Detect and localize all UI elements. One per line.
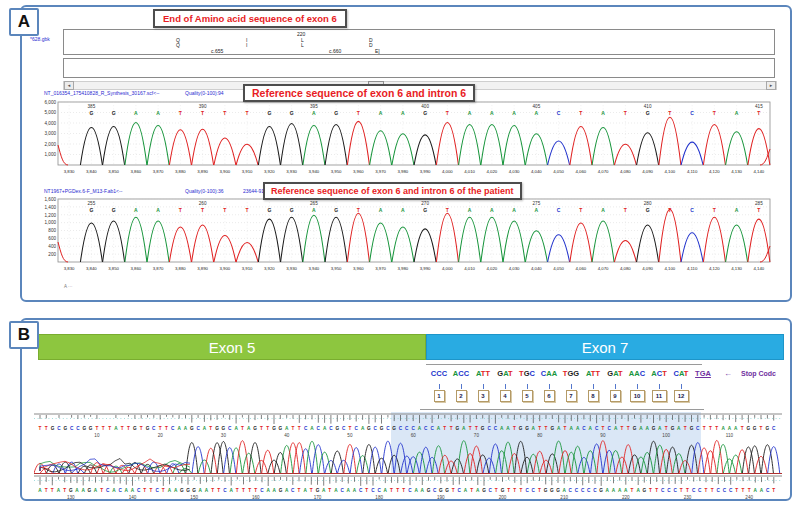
svg-text:T: T [772,488,775,493]
annotation-reference: Reference sequence of exon 6 and intron … [243,84,475,102]
svg-text:A: A [468,110,472,116]
svg-text:C: C [57,426,61,431]
svg-text:T: T [495,488,498,493]
svg-text:C: C [690,110,694,116]
svg-text:C: C [458,488,462,493]
svg-text:1,000: 1,000 [45,220,57,225]
chromatogram-reference: 6,0005,0004,0003,0002,0001,0003,8303,840… [30,99,778,183]
codon: ACT [650,369,668,378]
svg-text:3,940: 3,940 [308,266,319,271]
svg-text:3,960: 3,960 [353,169,364,174]
svg-text:C: C [674,488,678,493]
svg-text:270: 270 [421,201,429,206]
svg-text:5,000: 5,000 [45,110,57,115]
svg-text:C: C [378,488,382,493]
svg-text:4,080: 4,080 [620,266,631,271]
svg-text:G: G [380,426,384,431]
svg-text:T: T [150,488,153,493]
svg-text:C: C [119,488,123,493]
svg-text:4,060: 4,060 [575,266,586,271]
svg-text:A: A [353,488,357,493]
arrow-down-icon [659,384,660,389]
svg-text:G: G [439,488,443,493]
svg-text:A: A [754,488,758,493]
svg-text:800: 800 [48,228,56,233]
svg-text:A: A [490,110,494,116]
footnote: A ··· [64,284,73,289]
svg-text:275: 275 [533,201,541,206]
svg-text:T: T [51,488,54,493]
svg-text:3,000: 3,000 [45,131,57,136]
svg-text:4,110: 4,110 [687,169,698,174]
svg-text:400: 400 [48,244,56,249]
svg-text:4,010: 4,010 [464,169,475,174]
svg-text:T: T [620,426,623,431]
svg-text:G: G [671,426,675,431]
svg-text:A: A [174,488,178,493]
svg-text:A: A [94,488,98,493]
svg-text:T: T [365,488,368,493]
svg-text:T: T [520,488,523,493]
svg-text:A: A [75,488,79,493]
scroll-left-button[interactable]: ◂ [64,81,74,90]
svg-text:G: G [690,426,694,431]
svg-text:A: A [323,426,327,431]
svg-text:415: 415 [755,104,763,109]
svg-text:395: 395 [310,104,318,109]
svg-text:3,950: 3,950 [331,169,342,174]
trace1-quality-label: Quality(0-100):94 [185,90,224,96]
svg-text:T: T [513,426,516,431]
svg-text:A: A [401,110,405,116]
svg-text:G: G [525,426,529,431]
stop-codon-arrow-icon: ← [724,369,732,378]
annotation-patient: Reference sequence of exon 6 and intron … [263,182,522,200]
svg-text:220: 220 [622,495,630,500]
scroll-right-button[interactable]: ▸ [766,81,776,90]
svg-text:T: T [513,488,516,493]
svg-text:A: A [156,207,160,213]
svg-text:C: C [359,488,363,493]
codon-arrow-row [430,384,690,389]
svg-text:180: 180 [375,495,383,500]
svg-text:T: T [649,488,652,493]
svg-text:G: G [367,426,371,431]
svg-text:C: C [608,426,612,431]
svg-text:A: A [618,488,622,493]
svg-text:3,880: 3,880 [175,169,186,174]
svg-text:A: A [361,426,365,431]
svg-text:G: G [423,110,427,116]
svg-text:A: A [535,207,539,213]
svg-text:G: G [633,426,637,431]
svg-text:3,840: 3,840 [86,266,97,271]
svg-text:3,930: 3,930 [286,169,297,174]
svg-text:G: G [215,426,219,431]
svg-text:G: G [190,426,194,431]
svg-text:A: A [734,426,738,431]
svg-text:110: 110 [726,433,734,438]
svg-text:A: A [234,426,238,431]
svg-text:T: T [298,488,301,493]
svg-text:T: T [757,110,760,116]
svg-text:T: T [396,488,399,493]
svg-text:A: A [563,488,567,493]
codon: ACC [452,369,470,378]
exon5-bar: Exon 5 [38,334,426,360]
svg-text:C: C [729,488,733,493]
svg-text:T: T [402,488,405,493]
svg-text:T: T [45,488,48,493]
arrow-down-icon [571,384,572,389]
svg-text:C: C [374,426,378,431]
svg-text:G: G [267,207,271,213]
svg-text:A: A [114,426,118,431]
svg-text:T: T [665,426,668,431]
svg-text:A: A [156,110,160,116]
svg-text:T: T [248,488,251,493]
svg-text:4,120: 4,120 [709,266,720,271]
svg-text:G: G [87,488,91,493]
svg-text:A: A [606,488,610,493]
arrow-down-icon [615,384,616,389]
svg-text:T: T [159,426,162,431]
svg-text:410: 410 [644,104,652,109]
svg-text:T: T [627,426,630,431]
svg-text:G: G [180,488,184,493]
